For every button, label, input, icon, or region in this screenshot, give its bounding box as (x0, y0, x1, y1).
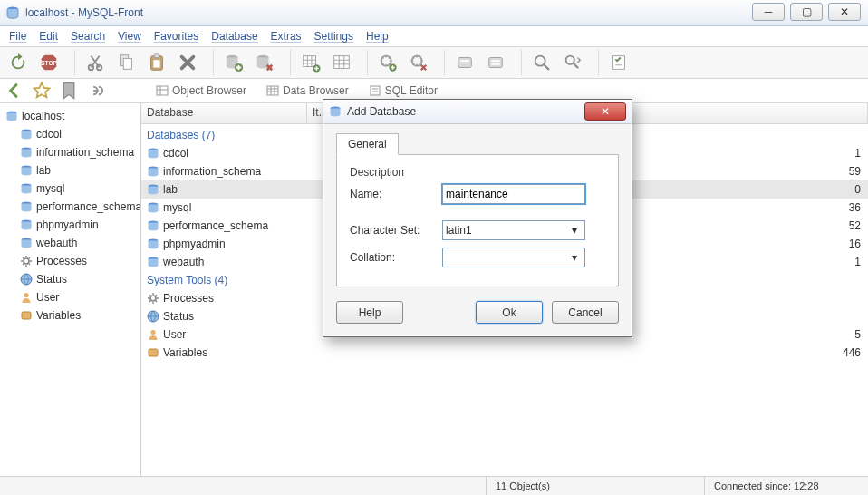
row-name: Variables (163, 346, 207, 359)
menu-file[interactable]: File (9, 30, 26, 43)
cancel-button[interactable]: Cancel (552, 301, 619, 324)
cut-icon[interactable] (82, 50, 108, 75)
tree-item[interactable]: cdcol (0, 125, 140, 143)
add-database-dialog: Add Database ✕ General Description Name:… (323, 99, 632, 337)
copy-icon[interactable] (113, 50, 139, 75)
tree-item-label: phpmyadmin (36, 218, 99, 231)
chevron-down-icon: ▾ (567, 250, 582, 265)
search-icon[interactable] (529, 50, 555, 75)
table-row[interactable]: Variables446 (141, 344, 868, 362)
bookmark-icon[interactable] (60, 82, 78, 99)
tree-item[interactable]: mysql (0, 180, 140, 198)
ok-button[interactable]: Ok (476, 301, 543, 324)
svg-point-38 (24, 258, 29, 264)
host2-icon[interactable] (483, 50, 508, 75)
svg-rect-29 (371, 86, 380, 95)
minimize-button[interactable]: ─ (752, 3, 785, 21)
svg-rect-9 (153, 60, 159, 67)
tree-item-label: information_schema (36, 146, 134, 159)
tree-item[interactable]: lab (0, 161, 140, 180)
options-icon[interactable] (606, 50, 632, 75)
db-icon (20, 255, 33, 267)
svg-rect-28 (267, 86, 278, 95)
row-name: webauth (163, 256, 204, 268)
tree-item[interactable]: Processes (0, 252, 140, 270)
tree-item-label: Processes (36, 255, 87, 267)
link-icon[interactable] (87, 82, 105, 99)
menu-extras[interactable]: Extras (271, 30, 302, 43)
row-name: Processes (163, 292, 214, 305)
row-count: 446 (295, 346, 868, 359)
menu-favorites[interactable]: Favorites (154, 30, 198, 43)
tree-item-label: performance_schema (36, 200, 141, 213)
menu-settings[interactable]: Settings (314, 30, 353, 43)
menu-database[interactable]: Database (211, 30, 257, 43)
svg-rect-19 (458, 58, 472, 68)
stop-icon[interactable]: STOP (36, 50, 62, 75)
object-browser-tab[interactable]: Object Browser (150, 82, 252, 99)
tree-item[interactable]: performance_schema (0, 198, 140, 216)
tab-general[interactable]: General (336, 133, 399, 155)
svg-point-51 (150, 330, 155, 335)
svg-rect-26 (613, 56, 625, 70)
name-input[interactable] (442, 184, 585, 204)
db-icon (147, 183, 159, 196)
sys-icon (147, 346, 159, 359)
data-browser-tab[interactable]: Data Browser (261, 82, 354, 99)
row-name: cdcol (163, 147, 188, 160)
help-button[interactable]: Help (336, 301, 403, 324)
table-add-icon[interactable] (298, 50, 323, 75)
tree-item[interactable]: webauth (0, 234, 140, 252)
delete-icon[interactable] (175, 50, 200, 75)
svg-rect-8 (154, 54, 159, 58)
connection-tree[interactable]: localhost cdcolinformation_schemalabmysq… (0, 103, 141, 480)
search-replace-icon[interactable] (560, 50, 585, 75)
sys-icon (147, 310, 159, 323)
section-description: Description (350, 166, 605, 179)
server-icon (5, 110, 18, 122)
tree-item-label: webauth (36, 237, 77, 249)
favorite-icon[interactable] (33, 82, 51, 99)
status-bar: 11 Object(s) Connected since: 12:28 (0, 476, 868, 495)
menu-search[interactable]: Search (71, 30, 105, 43)
tree-item-label: cdcol (36, 128, 62, 141)
row-name: Status (163, 310, 194, 323)
table-icon[interactable] (329, 50, 354, 75)
dialog-close-button[interactable]: ✕ (584, 102, 626, 121)
tree-item[interactable]: information_schema (0, 143, 140, 161)
proc-add-icon[interactable] (375, 50, 400, 75)
database-delete-icon[interactable] (252, 50, 277, 75)
db-icon (147, 256, 159, 268)
refresh-icon[interactable] (5, 50, 31, 75)
db-icon (20, 200, 33, 213)
menu-help[interactable]: Help (366, 30, 389, 43)
db-icon (20, 164, 33, 177)
db-icon (147, 165, 159, 178)
database-add-icon[interactable] (221, 50, 246, 75)
menu-view[interactable]: View (118, 30, 141, 43)
status-objects: 11 Object(s) (486, 477, 704, 495)
tree-item[interactable]: phpmyadmin (0, 216, 140, 234)
tree-item[interactable]: Variables (0, 306, 140, 325)
tree-item-label: User (36, 291, 59, 304)
collation-combo[interactable]: ▾ (442, 248, 585, 267)
svg-rect-6 (123, 58, 131, 69)
sql-editor-tab[interactable]: SQL Editor (363, 82, 443, 99)
maximize-button[interactable]: ▢ (790, 3, 823, 21)
db-icon (20, 273, 33, 286)
tree-item[interactable]: User (0, 288, 140, 306)
col-database[interactable]: Database (141, 103, 307, 123)
charset-combo[interactable]: latin1▾ (442, 220, 585, 240)
tree-root[interactable]: localhost (0, 107, 140, 125)
main-toolbar: STOP (0, 47, 868, 79)
nav-back-icon[interactable] (5, 82, 24, 99)
tree-item-label: mysql (36, 182, 64, 195)
menu-edit[interactable]: Edit (39, 30, 58, 43)
host-icon[interactable] (452, 50, 477, 75)
tree-item[interactable]: Status (0, 270, 140, 288)
db-icon (147, 147, 159, 160)
paste-icon[interactable] (144, 50, 169, 75)
proc-delete-icon[interactable] (406, 50, 431, 75)
svg-rect-15 (334, 56, 350, 69)
close-window-button[interactable]: ✕ (828, 3, 861, 21)
